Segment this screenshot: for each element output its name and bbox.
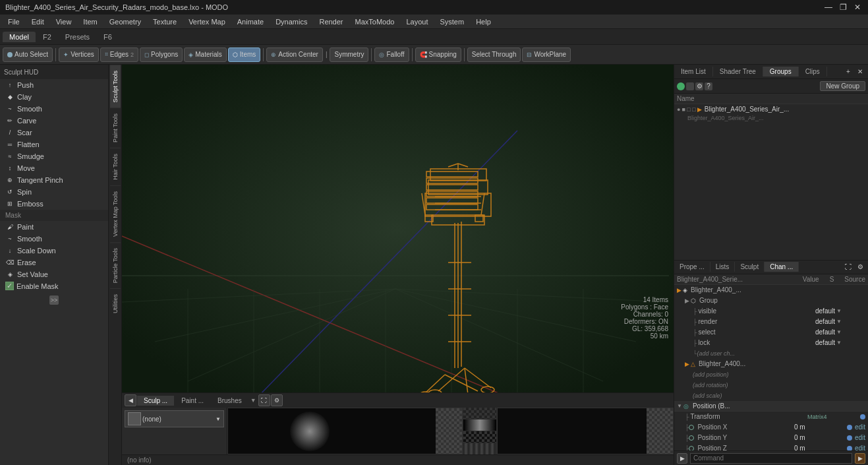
tool-spin[interactable]: ↺ Spin — [0, 186, 108, 198]
prop-add-pos[interactable]: (add position) — [693, 371, 729, 378]
prop-tab-channels[interactable]: Chan ... — [765, 262, 799, 272]
menubar-item-system[interactable]: System — [434, 16, 469, 27]
select-through-button[interactable]: Select Through — [467, 47, 521, 62]
command-submit-button[interactable]: ▶ — [855, 453, 865, 464]
tool-set-value[interactable]: ◈ Set Value — [0, 268, 108, 280]
tool-carve[interactable]: ✏ Carve — [0, 115, 108, 127]
menubar-item-geometry[interactable]: Geometry — [104, 16, 146, 27]
side-tab-vertex-map-tools[interactable]: Vertex Map Tools — [110, 185, 121, 242]
pos-y-edit-link[interactable]: edit — [855, 434, 865, 441]
brush-none-dropdown[interactable]: (none) ▼ — [125, 410, 224, 427]
vertices-button[interactable]: ✦ Vertices — [59, 47, 99, 62]
action-center-button[interactable]: ⊕ Action Center — [266, 47, 323, 62]
bottom-prev-button[interactable]: ◀ — [125, 394, 136, 406]
tool-clay[interactable]: ◆ Clay — [0, 91, 108, 103]
menubar-item-help[interactable]: Help — [471, 16, 496, 27]
tool-scale-down[interactable]: ↓ Scale Down — [0, 245, 108, 257]
tab-shader-tree[interactable]: Shader Tree — [713, 67, 763, 77]
bottom-settings-button[interactable]: ⚙ — [271, 394, 283, 406]
tool-move[interactable]: ↕ Move — [0, 162, 108, 174]
side-tab-paint-tools[interactable]: Paint Tools — [110, 108, 121, 148]
tool-emboss[interactable]: ⊞ Emboss — [0, 198, 108, 210]
side-tab-hair-tools[interactable]: Hair Tools — [110, 148, 121, 185]
tab-item-list[interactable]: Item List — [674, 67, 713, 77]
pos-z-edit-link[interactable]: edit — [855, 445, 865, 450]
tab-presets[interactable]: Presets — [59, 32, 96, 42]
menubar-item-edit[interactable]: Edit — [26, 16, 49, 27]
enable-mask-checkbox[interactable]: ✓ Enable Mask — [0, 280, 108, 292]
close-button[interactable]: ✕ — [852, 2, 863, 13]
viewport[interactable]: Perspective Default Ray GL: Off ⚙ ↺ 🔍 ⛶ … — [122, 65, 674, 392]
tab-model[interactable]: Model — [3, 32, 36, 42]
menubar-item-vertex-map[interactable]: Vertex Map — [183, 16, 231, 27]
tool-flatten[interactable]: ═ Flatten — [0, 139, 108, 150]
rt-close-icon[interactable]: ✕ — [855, 67, 865, 77]
prop-group-row[interactable]: ▶ ⬡ Group — [674, 295, 868, 306]
lock-dropdown[interactable]: default ▼ — [815, 339, 865, 346]
materials-button[interactable]: ◈ Materials — [184, 47, 227, 62]
visible-dropdown[interactable]: default ▼ — [815, 307, 865, 315]
render-dropdown[interactable]: default ▼ — [815, 318, 865, 325]
tool-scar[interactable]: / Scar — [0, 127, 108, 139]
prop-position-section[interactable]: ▼ ◎ Position (B... — [674, 401, 868, 412]
side-tab-utilities[interactable]: Utilities — [110, 288, 121, 319]
prop-add-rot[interactable]: (add rotation) — [693, 382, 728, 388]
menubar-item-item[interactable]: Item — [78, 16, 102, 27]
props-expand-icon[interactable]: ⛶ — [843, 262, 854, 272]
command-input[interactable] — [690, 453, 852, 464]
tab-groups[interactable]: Groups — [763, 67, 799, 77]
tab-clips[interactable]: Clips — [799, 67, 827, 77]
tab-f6[interactable]: F6 — [97, 32, 119, 42]
command-expand-button[interactable]: ▶ — [677, 453, 687, 464]
tool-mask-smooth[interactable]: ~ Smooth — [0, 233, 108, 245]
minimize-button[interactable]: — — [823, 2, 834, 13]
edges-button[interactable]: ⌗ Edges 2 — [100, 47, 138, 62]
menubar-item-file[interactable]: File — [3, 16, 25, 27]
menubar-item-texture[interactable]: Texture — [148, 16, 182, 27]
snapping-button[interactable]: 🧲 Snapping — [415, 47, 461, 62]
pos-y-blue-dot — [847, 435, 852, 441]
menubar-item-render[interactable]: Render — [314, 16, 348, 27]
prop-tab-sculpt[interactable]: Sculpt — [735, 262, 765, 272]
tool-push[interactable]: ↑ Push — [0, 79, 108, 91]
side-tab-particle-tools[interactable]: Particle Tools — [110, 242, 121, 288]
symmetry-button[interactable]: Symmetry — [330, 47, 368, 62]
bottom-tab-brushes[interactable]: Brushes — [211, 396, 248, 406]
menubar-item-dynamics[interactable]: Dynamics — [270, 16, 312, 27]
maximize-button[interactable]: ❐ — [838, 2, 848, 13]
tool-mask-paint[interactable]: 🖌 Paint — [0, 221, 108, 233]
bottom-tab-paint[interactable]: Paint ... — [175, 396, 210, 406]
falloff-button[interactable]: ◎ Falloff — [374, 47, 409, 62]
menubar-item-animate[interactable]: Animate — [232, 16, 269, 27]
items-button[interactable]: ⬡ Items — [228, 47, 260, 62]
tool-erase[interactable]: ⌫ Erase — [0, 257, 108, 268]
side-tab-sculpt-tools[interactable]: Sculpt Tools — [110, 65, 121, 108]
prop-tab-lists[interactable]: Lists — [710, 262, 736, 272]
expand-button[interactable]: >> — [49, 295, 59, 305]
workplane-button[interactable]: ⊟ WorkPlane — [522, 47, 571, 62]
prop-add-scale[interactable]: (add scale) — [693, 392, 722, 399]
bottom-tab-sculpt[interactable]: Sculp ... — [137, 396, 174, 406]
prop-lock-value: default ▼ — [813, 339, 865, 346]
tool-tangent-pinch[interactable]: ⊕ Tangent Pinch — [0, 174, 108, 186]
pos-x-edit-link[interactable]: edit — [855, 423, 865, 431]
menubar-item-layout[interactable]: Layout — [401, 16, 433, 27]
tool-smudge[interactable]: ≈ Smudge — [0, 150, 108, 162]
auto-select-button[interactable]: Auto Select — [3, 47, 53, 62]
prop-root-row[interactable]: ▶ ◈ Blighter_A400_... — [674, 285, 868, 295]
bottom-expand-button[interactable]: ⛶ — [258, 394, 270, 406]
prop-tab-properties[interactable]: Prope ... — [674, 262, 710, 272]
menubar-item-maxtomodo[interactable]: MaxToModo — [350, 16, 400, 27]
menubar-item-view[interactable]: View — [51, 16, 77, 27]
tree-root-item[interactable]: ● ■ □ □ ▶ Blighter_A400_Series_Air_... — [674, 104, 868, 114]
titlebar-controls[interactable]: — ❐ ✕ — [823, 2, 863, 13]
rt-expand-icon[interactable]: + — [843, 67, 854, 77]
tool-smooth[interactable]: ~ Smooth — [0, 103, 108, 115]
select-dropdown[interactable]: default ▼ — [815, 328, 865, 336]
prop-mesh-row[interactable]: ▶ △ Blighter_A400... — [674, 359, 868, 369]
props-settings-icon[interactable]: ⚙ — [855, 262, 865, 272]
polygons-button[interactable]: ◻ Polygons — [140, 47, 183, 62]
prop-add-user-label[interactable]: (add user ch... — [697, 350, 735, 357]
new-group-button[interactable]: New Group — [820, 81, 865, 91]
tab-f2[interactable]: F2 — [36, 32, 58, 42]
